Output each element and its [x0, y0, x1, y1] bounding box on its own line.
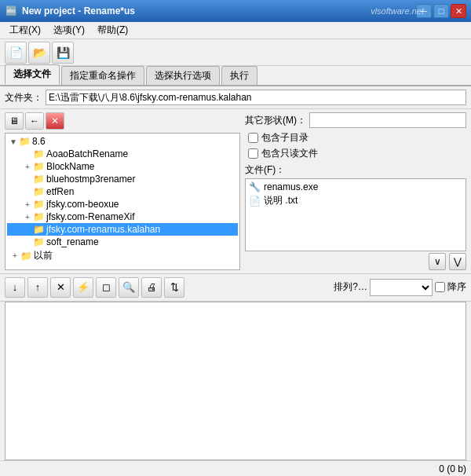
tree-footer-label: 以前 — [34, 249, 53, 262]
list-item[interactable]: 🔧 renamus.exe — [247, 181, 464, 193]
txt-icon: 📄 — [249, 196, 261, 207]
move-down-button[interactable]: ↓ — [5, 277, 25, 298]
item-toggle — [23, 225, 32, 234]
include-readonly-row: 包含只读文件 — [248, 147, 466, 160]
square-button[interactable]: ◻ — [96, 277, 116, 298]
list-item[interactable]: + 📁 jfsky.com-beoxue — [7, 198, 238, 211]
item-toggle — [23, 174, 32, 184]
include-readonly-label: 包含只读文件 — [261, 147, 318, 160]
tree-item-label: jfsky.com-RenameXif — [46, 211, 134, 222]
tree-root[interactable]: ▼ 📁 8.6 — [7, 135, 238, 148]
tree-item-label: bluehostmp3renamer — [46, 174, 135, 185]
app-icon: 🔤 — [5, 5, 17, 17]
tab-execute[interactable]: 执行 — [221, 66, 257, 85]
exe-icon: 🔧 — [249, 181, 261, 192]
list-item[interactable]: + 📁 以前 — [7, 248, 238, 263]
folder-label: 文件夹： — [5, 91, 42, 104]
arrow-down-button[interactable]: ∨ — [429, 253, 446, 270]
tab-exec-options[interactable]: 选探执行选项 — [146, 66, 220, 85]
item-toggle[interactable]: + — [23, 162, 32, 171]
move-up-button[interactable]: ↑ — [27, 277, 48, 298]
tab-select-files[interactable]: 选择文件 — [5, 64, 60, 85]
arrow-down2-button[interactable]: ⋁ — [449, 253, 466, 270]
tree-item-label: soft_rename — [46, 236, 99, 247]
footer-toggle[interactable]: + — [10, 251, 20, 261]
folder-icon: 📁 — [33, 224, 44, 235]
root-folder-icon: 📁 — [19, 136, 30, 147]
menu-project[interactable]: 工程(X) — [3, 22, 47, 38]
watermark: vlsoftware.net — [371, 6, 424, 16]
flash-button[interactable]: ⚡ — [73, 277, 93, 298]
window-title: New project - Rename*us — [22, 5, 416, 16]
open-button[interactable]: 📂 — [28, 42, 50, 64]
other-shapes-input[interactable] — [309, 112, 466, 128]
folder-icon: 📁 — [20, 251, 31, 262]
tree-item-label: AoaoBatchRename — [46, 148, 128, 159]
search-button[interactable]: 🔍 — [119, 277, 139, 298]
new-button[interactable]: 📄 — [5, 42, 27, 64]
menu-bar: 工程(X) 选项(Y) 帮助(Z) — [0, 22, 471, 39]
folder-icon: 📁 — [33, 174, 44, 185]
item-toggle — [23, 187, 32, 196]
status-text: 0 (0 b) — [439, 463, 466, 474]
tabs-bar: 选择文件 指定重命名操作 选探执行选项 执行 — [0, 66, 471, 86]
folder-tree[interactable]: ▼ 📁 8.6 📁 AoaoBatchRename + 📁 BlockName — [5, 133, 240, 270]
tree-item-label: jfsky.com-renamus.kalahan — [46, 224, 160, 235]
item-toggle — [23, 237, 32, 247]
tree-root-label: 8.6 — [32, 136, 46, 147]
nav-buttons: 🖥 ← ✕ — [5, 112, 240, 130]
item-toggle[interactable]: + — [23, 200, 32, 209]
menu-options[interactable]: 选项(Y) — [47, 22, 91, 38]
tab-rename-ops[interactable]: 指定重命名操作 — [61, 66, 144, 85]
folder-icon: 📁 — [33, 161, 44, 172]
content-row: 🖥 ← ✕ ▼ 📁 8.6 📁 AoaoBatchRename — [0, 109, 471, 273]
title-bar: 🔤 New project - Rename*us vlsoftware.net… — [0, 0, 471, 22]
list-item[interactable]: 📁 bluehostmp3renamer — [7, 173, 238, 185]
file-name: renamus.exe — [264, 181, 318, 192]
cancel-nav-button[interactable]: ✕ — [46, 112, 64, 130]
sort-dir-button[interactable]: ⇅ — [164, 277, 184, 298]
root-toggle[interactable]: ▼ — [9, 137, 18, 146]
maximize-button[interactable]: □ — [433, 4, 449, 18]
status-bar: 0 (0 b) — [0, 460, 471, 476]
bottom-toolbar: ↓ ↑ ✕ ⚡ ◻ 🔍 🖨 ⇅ 排列?… 降序 — [0, 273, 471, 302]
include-readonly-checkbox[interactable] — [248, 148, 258, 159]
list-item[interactable]: 📁 soft_rename — [7, 236, 238, 248]
folder-icon: 📁 — [33, 148, 44, 159]
back-nav-button[interactable]: ← — [25, 112, 44, 130]
include-subdirs-checkbox[interactable] — [248, 133, 258, 143]
tree-item-label: etfRen — [46, 186, 74, 197]
list-item[interactable]: 📁 etfRen — [7, 185, 238, 198]
files-list: 🔧 renamus.exe 📄 说明 .txt — [245, 178, 466, 251]
save-button[interactable]: 💾 — [52, 42, 74, 64]
list-item[interactable]: + 📁 BlockName — [7, 160, 238, 173]
print-button[interactable]: 🖨 — [141, 277, 162, 298]
computer-nav-button[interactable]: 🖥 — [5, 112, 24, 130]
order-label: 降序 — [447, 280, 466, 294]
order-checkbox-row: 降序 — [435, 280, 466, 294]
descending-checkbox[interactable] — [435, 282, 445, 292]
app-window: 🔤 New project - Rename*us vlsoftware.net… — [0, 0, 471, 476]
menu-help[interactable]: 帮助(Z) — [91, 22, 134, 38]
sort-select[interactable] — [370, 279, 433, 296]
item-toggle — [23, 149, 32, 159]
file-name: 说明 .txt — [264, 194, 298, 207]
remove-button[interactable]: ✕ — [50, 277, 71, 298]
checkboxes: 包含子目录 包含只读文件 — [245, 131, 466, 160]
folder-row: 文件夹： — [0, 86, 471, 109]
folder-icon: 📁 — [33, 186, 44, 197]
main-file-area — [5, 302, 466, 461]
include-subdirs-label: 包含子目录 — [261, 131, 309, 145]
list-item[interactable]: 📄 说明 .txt — [247, 193, 464, 208]
folder-input[interactable] — [46, 90, 466, 105]
include-subdirs-row: 包含子目录 — [248, 131, 466, 145]
toolbar: 📄 📂 💾 — [0, 39, 471, 66]
list-item[interactable]: 📁 AoaoBatchRename — [7, 148, 238, 160]
arrow-buttons: ∨ ⋁ — [245, 253, 466, 270]
list-item[interactable]: 📁 jfsky.com-renamus.kalahan — [7, 223, 238, 236]
files-section: 文件(F)： 🔧 renamus.exe 📄 说明 .txt ∨ ⋁ — [245, 163, 466, 270]
close-button[interactable]: ✕ — [451, 4, 466, 18]
sort-area: 排列?… 降序 — [334, 279, 466, 296]
list-item[interactable]: + 📁 jfsky.com-RenameXif — [7, 211, 238, 223]
item-toggle[interactable]: + — [23, 212, 32, 222]
